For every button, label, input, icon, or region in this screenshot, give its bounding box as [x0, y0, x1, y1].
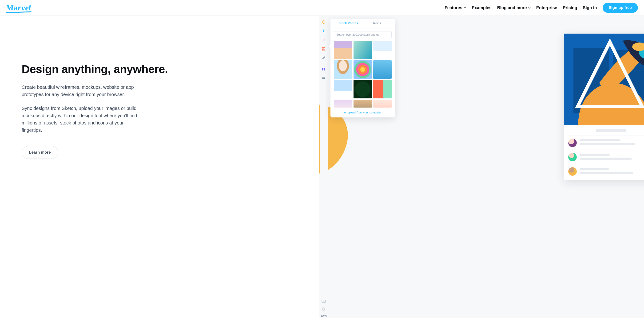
primary-nav: Features Examples Blog and more Enterpri…	[445, 3, 638, 13]
page-stage: Design anything, anywhere. Create beauti…	[0, 16, 644, 318]
design-canvas: 100% Stock Photos Icons Search over 200,…	[319, 16, 644, 318]
tab-stock-photos[interactable]: Stock Photos	[334, 19, 363, 28]
svg-rect-6	[324, 69, 325, 70]
stock-thumb[interactable]	[354, 80, 372, 98]
svg-rect-1	[322, 47, 325, 50]
text-tool-icon[interactable]	[322, 29, 326, 33]
comment-row	[568, 136, 644, 150]
components-tool-icon[interactable]	[322, 67, 326, 71]
svg-rect-3	[322, 68, 324, 69]
upload-from-computer-link[interactable]: or upload from your computer	[330, 108, 395, 116]
preview-comments	[564, 125, 644, 180]
hero-copy: Design anything, anywhere. Create beauti…	[0, 16, 319, 318]
nav-pricing[interactable]: Pricing	[563, 5, 577, 10]
learn-more-button[interactable]: Learn more	[22, 146, 58, 159]
stock-photos-popover: Stock Photos Icons Search over 200,000 s…	[330, 19, 395, 117]
svg-point-2	[323, 48, 324, 49]
avatar	[568, 139, 577, 147]
design-preview-card	[564, 34, 644, 180]
svg-rect-9	[322, 300, 326, 303]
line-tool-icon[interactable]	[322, 38, 326, 42]
text-skeleton	[580, 143, 635, 145]
avatar	[568, 167, 577, 176]
nav-enterprise[interactable]: Enterprise	[536, 5, 557, 10]
comment-row	[568, 150, 644, 164]
shape-tool-icon[interactable]	[322, 20, 326, 24]
svg-point-13	[324, 301, 325, 301]
stock-thumb[interactable]	[334, 100, 352, 108]
nav-examples[interactable]: Examples	[472, 5, 492, 10]
text-skeleton	[580, 168, 609, 170]
stock-thumb[interactable]	[373, 41, 392, 59]
pencil-tool-icon[interactable]	[322, 56, 326, 60]
stock-search-input[interactable]: Search over 200,000 stock photos	[334, 31, 392, 38]
chevron-down-icon	[464, 6, 466, 9]
stock-thumb[interactable]	[334, 80, 352, 98]
svg-rect-5	[322, 69, 324, 70]
svg-rect-8	[322, 77, 325, 78]
tool-rail: 100%	[320, 17, 328, 318]
svg-point-0	[322, 21, 325, 23]
stock-thumb[interactable]	[373, 100, 392, 108]
keyboard-icon[interactable]	[322, 300, 326, 304]
text-skeleton	[580, 158, 632, 160]
nav-features-label: Features	[445, 5, 462, 10]
svg-point-11	[323, 301, 324, 301]
site-header: Marvel Features Examples Blog and more E…	[0, 0, 644, 16]
archive-tool-icon[interactable]	[322, 76, 326, 80]
stock-thumb[interactable]	[354, 100, 372, 108]
chevron-down-icon	[528, 6, 531, 9]
preview-title-skeleton	[596, 129, 626, 132]
design-preview-image	[564, 34, 644, 125]
hero-paragraph-1: Create beautiful wireframes, mockups, we…	[22, 84, 144, 98]
brand-logo[interactable]: Marvel	[6, 4, 31, 12]
svg-rect-4	[324, 68, 325, 69]
stock-thumb[interactable]	[334, 60, 352, 79]
stock-thumbnail-grid	[330, 41, 395, 108]
comment-row	[568, 164, 644, 178]
stock-thumb[interactable]	[354, 41, 372, 59]
signup-button[interactable]: Sign up free	[602, 3, 638, 13]
stock-thumb[interactable]	[334, 41, 352, 59]
nav-signin[interactable]: Sign in	[583, 5, 597, 10]
svg-point-12	[324, 301, 324, 301]
text-skeleton	[580, 154, 610, 156]
hero-body: Create beautiful wireframes, mockups, we…	[22, 84, 144, 134]
avatar	[568, 153, 577, 161]
zoom-level: 100%	[321, 315, 327, 317]
nav-blog[interactable]: Blog and more	[497, 5, 531, 10]
hero-paragraph-2: Sync designs from Sketch, upload your im…	[22, 105, 144, 134]
tab-icons[interactable]: Icons	[363, 19, 392, 28]
text-skeleton	[580, 172, 633, 174]
stock-thumb[interactable]	[373, 80, 392, 98]
nav-features[interactable]: Features	[445, 5, 466, 10]
popover-tabs: Stock Photos Icons	[334, 19, 392, 28]
stock-thumb[interactable]	[354, 60, 372, 79]
nav-blog-label: Blog and more	[497, 5, 527, 10]
zoom-add-icon[interactable]	[322, 307, 326, 311]
svg-point-10	[322, 301, 323, 301]
stock-thumb[interactable]	[373, 60, 392, 79]
svg-rect-14	[323, 302, 324, 302]
hero-headline: Design anything, anywhere.	[22, 63, 307, 76]
image-tool-icon[interactable]	[322, 47, 326, 51]
tool-rail-bottom: 100%	[320, 300, 328, 318]
text-skeleton	[580, 139, 620, 141]
